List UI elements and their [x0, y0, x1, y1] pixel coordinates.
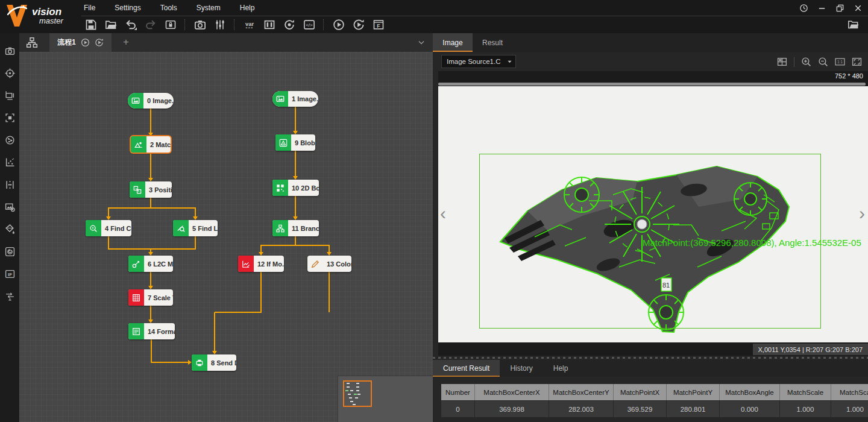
- table-header-cell[interactable]: MatchSca: [831, 384, 868, 400]
- flow-node-1[interactable]: 1 Image...: [272, 91, 318, 107]
- minimize-icon[interactable]: [816, 2, 828, 14]
- scale-transform-icon: [128, 289, 144, 306]
- flow-node-0[interactable]: 0 Image...: [128, 93, 174, 109]
- restore-icon[interactable]: [834, 2, 846, 14]
- menu-tools[interactable]: Tools: [160, 4, 177, 12]
- history-clock-icon[interactable]: [797, 2, 810, 14]
- flow-run-loop-icon[interactable]: [95, 38, 104, 47]
- table-header-cell[interactable]: MatchScale: [780, 384, 831, 400]
- redo-icon: [145, 19, 157, 31]
- front-run-icon[interactable]: F: [373, 19, 385, 31]
- flow-node-11[interactable]: 11 Branch1: [272, 220, 319, 236]
- flow-node-10[interactable]: 10 2D Bc...: [272, 180, 319, 196]
- menu-settings[interactable]: Settings: [115, 4, 140, 12]
- open-solution-icon[interactable]: [848, 19, 859, 30]
- script-icon[interactable]: </>: [303, 19, 315, 31]
- menu-help[interactable]: Help: [240, 4, 255, 12]
- svg-text:F: F: [377, 23, 380, 29]
- undo-icon[interactable]: [125, 19, 137, 31]
- image-resolution-label: 752 * 480: [835, 72, 863, 80]
- flow-node-9[interactable]: 9 Blob1: [275, 134, 315, 151]
- communication-icon[interactable]: [283, 19, 295, 31]
- flow-node-8[interactable]: 8 Send D...: [192, 354, 236, 371]
- table-header-cell[interactable]: Number: [441, 384, 475, 400]
- previous-image-chevron[interactable]: ‹: [440, 204, 446, 222]
- split-view-icon[interactable]: [777, 57, 787, 67]
- flow-hierarchy-icon[interactable]: [26, 37, 38, 48]
- flow-node-14[interactable]: 14 Forma...: [128, 323, 175, 339]
- next-image-chevron[interactable]: ›: [859, 204, 865, 222]
- sidebar-tool-io-communication[interactable]: [0, 285, 19, 307]
- flow-node-13[interactable]: 13 Color...: [307, 256, 351, 272]
- menu-system[interactable]: System: [197, 4, 221, 12]
- flow-canvas[interactable]: 流程1 + 0 Image...2 Match13 Positio...4 Fi…: [19, 33, 433, 422]
- table-header-cell[interactable]: MatchPointX: [614, 384, 667, 400]
- sidebar-tool-focus[interactable]: [0, 107, 19, 129]
- minimap-viewport[interactable]: [343, 380, 372, 407]
- camera-icon[interactable]: [194, 19, 206, 31]
- sidebar-tool-image-settings[interactable]: [0, 196, 19, 218]
- sidebar-tool-camera[interactable]: [0, 40, 19, 62]
- table-header-cell[interactable]: MatchBoxCenterX: [475, 384, 549, 400]
- zoom-out-icon[interactable]: [818, 57, 828, 67]
- sidebar-tool-fill[interactable]: [0, 218, 19, 241]
- table-cell: 1.000: [831, 401, 868, 417]
- table-row[interactable]: 0369.998282.003369.529280.8010.0001.0001…: [441, 401, 868, 417]
- menu-file[interactable]: File: [84, 4, 95, 12]
- flow-tab[interactable]: 流程1: [49, 33, 112, 52]
- sidebar-tool-deep-learning[interactable]: [0, 241, 19, 263]
- flow-node-4[interactable]: 4 Find Ci...: [86, 220, 131, 236]
- sidebar-tool-chart[interactable]: [0, 151, 19, 174]
- close-icon[interactable]: [852, 2, 864, 14]
- format-icon: [128, 323, 144, 339]
- flow-node-7[interactable]: 7 Scale T...: [128, 289, 173, 306]
- table-header-cell[interactable]: MatchPointY: [667, 384, 720, 400]
- fit-window-icon[interactable]: [852, 57, 862, 67]
- flow-run-icon[interactable]: [81, 38, 90, 47]
- image-icon: [128, 93, 143, 109]
- zoom-in-icon[interactable]: [801, 57, 811, 67]
- flow-node-2[interactable]: 2 Match1: [131, 136, 171, 153]
- run-once-icon[interactable]: [353, 19, 365, 31]
- toolbar-separator: [234, 19, 236, 30]
- flow-list-chevron-icon[interactable]: [417, 39, 426, 46]
- result-table[interactable]: NumberMatchBoxCenterXMatchBoxCenterYMatc…: [441, 384, 868, 418]
- sidebar-tool-if-logic[interactable]: IF: [0, 263, 19, 285]
- tab-help[interactable]: Help: [543, 360, 579, 377]
- variable-icon[interactable]: var: [244, 19, 256, 31]
- horizontal-scrollbar[interactable]: [438, 83, 866, 86]
- tab-result[interactable]: Result: [473, 33, 512, 52]
- parameter-settings-icon[interactable]: [214, 19, 226, 31]
- sidebar-tool-crosshair[interactable]: [0, 62, 19, 84]
- sidebar-tool-position-tool[interactable]: [0, 84, 19, 107]
- flow-node-12[interactable]: 12 If Mo...: [238, 256, 284, 272]
- add-flow-button[interactable]: +: [123, 36, 129, 48]
- tab-current-result[interactable]: Current Result: [433, 360, 500, 377]
- tab-image[interactable]: Image: [433, 33, 473, 52]
- run-icon[interactable]: [333, 19, 345, 31]
- table-header-row: NumberMatchBoxCenterXMatchBoxCenterYMatc…: [441, 384, 868, 400]
- image-display[interactable]: 81 MatchPoint:(369.5296,280.8008), Angle…: [438, 86, 868, 342]
- blob-icon: [275, 134, 291, 151]
- table-header-cell[interactable]: MatchBoxCenterY: [549, 384, 614, 400]
- flow-node-3[interactable]: 3 Positio...: [130, 181, 172, 198]
- panel-splitter[interactable]: [433, 356, 868, 360]
- sidebar-tool-color-sphere[interactable]: [0, 129, 19, 151]
- open-icon[interactable]: [105, 19, 117, 31]
- result-tabs: Current ResultHistoryHelp: [433, 360, 868, 377]
- svg-text:var: var: [245, 21, 254, 27]
- minimap-node-marker: [350, 401, 353, 402]
- sidebar-tool-caliper[interactable]: [0, 174, 19, 196]
- frame-icon[interactable]: [263, 19, 275, 31]
- image-source-select[interactable]: Image Source1.C: [441, 55, 516, 68]
- flow-node-6[interactable]: 6 L2C Me...: [128, 256, 173, 272]
- table-header-cell[interactable]: MatchBoxAngle: [720, 384, 780, 400]
- image-viewer[interactable]: 752 * 480: [438, 71, 868, 356]
- actual-size-icon[interactable]: 1:1: [835, 57, 845, 67]
- tab-history[interactable]: History: [500, 360, 542, 377]
- screen-lock-icon[interactable]: [165, 19, 177, 31]
- save-icon[interactable]: [85, 19, 97, 31]
- flow-node-5[interactable]: 5 Find Li...: [173, 220, 218, 236]
- canvas-minimap[interactable]: [338, 376, 433, 422]
- table-cell: 369.529: [614, 401, 667, 417]
